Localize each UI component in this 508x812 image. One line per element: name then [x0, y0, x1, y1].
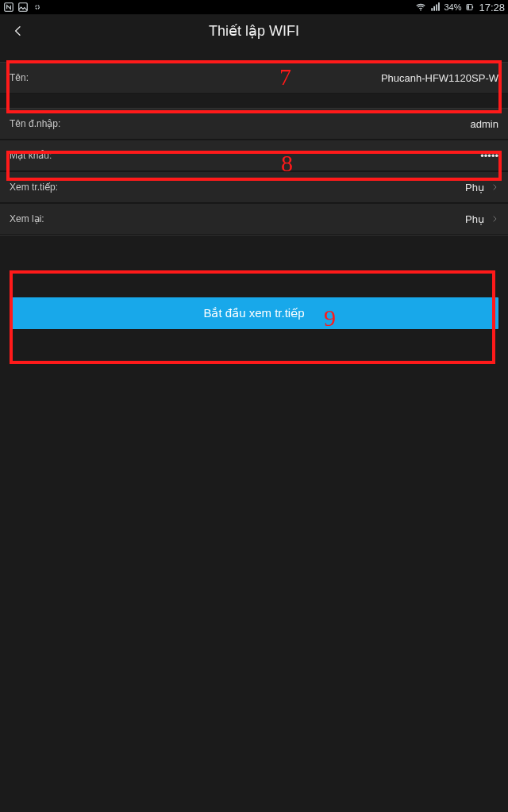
- nfc-icon: [3, 2, 14, 13]
- svg-rect-4: [432, 8, 433, 11]
- row-login-label: Tên đ.nhập:: [10, 118, 60, 129]
- clock: 17:28: [479, 2, 505, 13]
- row-liveview-value: Phụ: [465, 182, 484, 193]
- row-liveview-label: Xem tr.tiếp:: [10, 182, 58, 193]
- signal-icon: [429, 2, 441, 13]
- chevron-right-icon: [491, 215, 498, 223]
- status-bar: 34% 17:28: [0, 0, 508, 14]
- svg-rect-6: [437, 5, 438, 11]
- gallery-icon: [17, 2, 29, 13]
- wifi-icon: [415, 2, 426, 13]
- battery-icon: [464, 2, 475, 13]
- row-password[interactable]: Mật khẩu: •••••: [0, 140, 508, 171]
- page-title: Thiết lập WIFI: [209, 22, 299, 40]
- back-button[interactable]: [6, 19, 30, 43]
- svg-point-3: [421, 10, 422, 11]
- battery-percent: 34%: [444, 2, 461, 12]
- row-replay[interactable]: Xem lại: Phụ: [0, 203, 508, 235]
- svg-rect-7: [439, 2, 441, 11]
- row-login-value: admin: [471, 118, 498, 130]
- row-name[interactable]: Tên: Phucanh-HFW1120SP-W: [0, 62, 508, 94]
- svg-rect-10: [468, 5, 469, 9]
- chevron-right-icon: [491, 183, 498, 191]
- row-password-value: •••••: [480, 150, 498, 162]
- start-liveview-button[interactable]: Bắt đầu xem tr.tiếp: [10, 297, 498, 329]
- svg-point-2: [36, 6, 40, 10]
- row-replay-label: Xem lại:: [10, 213, 44, 224]
- row-name-value: Phucanh-HFW1120SP-W: [381, 72, 498, 84]
- row-login[interactable]: Tên đ.nhập: admin: [0, 108, 508, 140]
- row-replay-value: Phụ: [465, 213, 484, 225]
- row-password-label: Mật khẩu:: [10, 150, 52, 161]
- svg-rect-9: [472, 6, 473, 8]
- sync-icon: [32, 2, 43, 13]
- row-name-label: Tên:: [10, 72, 29, 83]
- svg-rect-1: [19, 3, 28, 12]
- start-liveview-label: Bắt đầu xem tr.tiếp: [203, 306, 304, 320]
- row-liveview[interactable]: Xem tr.tiếp: Phụ: [0, 171, 508, 203]
- app-header: Thiết lập WIFI: [0, 14, 508, 48]
- svg-rect-5: [434, 6, 436, 11]
